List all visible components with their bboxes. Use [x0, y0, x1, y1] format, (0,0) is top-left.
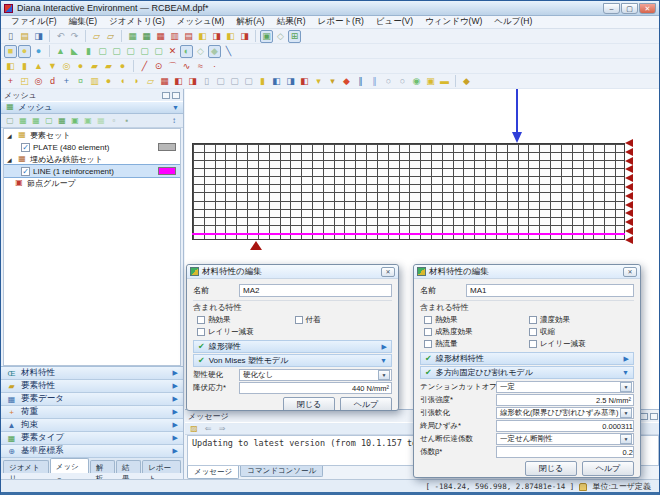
wire-box-c-icon[interactable]: ▢	[124, 45, 137, 58]
expander-icon[interactable]: ◢	[7, 132, 14, 139]
chevron-down-icon[interactable]: ▼	[622, 369, 629, 376]
vase-b-icon[interactable]: ○	[396, 75, 409, 88]
prism-view-icon[interactable]: ▲	[54, 45, 67, 58]
section-linear-elasticity[interactable]: ✔ 線形弾性 ▶	[193, 340, 392, 353]
name-input[interactable]: MA2	[239, 284, 392, 297]
help-button[interactable]: ヘルプ	[340, 397, 392, 410]
half-model-icon[interactable]: ◐	[180, 45, 193, 58]
mesh-dense-icon[interactable]: ▦	[140, 30, 153, 43]
arc-right-shape-icon[interactable]: ◗	[130, 75, 143, 88]
hollow-cylinder-icon[interactable]: ▯	[200, 75, 213, 88]
checkbox-concentration-effects[interactable]: 濃度効果	[529, 314, 634, 325]
mesh-select-all-icon[interactable]: ▢	[4, 115, 16, 127]
line-tool-icon[interactable]: ╱	[138, 60, 151, 73]
tree-group-reinforcement-set[interactable]: ◢ ▦ 埋め込み鉄筋セット	[4, 153, 180, 165]
tab-results[interactable]: 結果	[116, 460, 141, 473]
shrink-elements-icon[interactable]: ✕	[166, 45, 179, 58]
wire-box-e-icon[interactable]: ▢	[152, 45, 165, 58]
cube-yellow-icon[interactable]: ▣	[424, 75, 437, 88]
checkbox-maturity-effects[interactable]: 成熟度効果	[424, 326, 529, 337]
close-dialog-button[interactable]: 閉じる	[525, 461, 577, 476]
point-tool-icon[interactable]: ·	[208, 60, 221, 73]
tab-mesh[interactable]: メッシュ	[50, 458, 89, 473]
mesh-show-icon[interactable]: ▪	[121, 115, 133, 127]
menu-report[interactable]: レポート(R)	[311, 16, 369, 28]
solid-box-b-icon[interactable]: ◨	[210, 30, 223, 43]
mesh-grid[interactable]	[192, 143, 625, 240]
menu-results[interactable]: 結果(R)	[271, 16, 312, 28]
checkbox-thermal-effects[interactable]: 熱効果	[197, 314, 295, 325]
mesh-part-f-icon[interactable]: ▣	[82, 115, 94, 127]
menu-mesh[interactable]: メッシュ(M)	[171, 16, 231, 28]
pattern-tool-icon[interactable]: ¤	[74, 75, 87, 88]
checkbox-icon[interactable]	[424, 316, 432, 324]
minimize-button[interactable]: –	[603, 3, 620, 14]
sidebar-item-load[interactable]: + 荷重 ▶	[1, 406, 183, 419]
render-pattern-icon[interactable]: ●	[18, 45, 31, 58]
solid-sphere-icon[interactable]: ●	[74, 60, 87, 73]
tension-softening-select[interactable]: 線形軟化(限界ひび割れひずみ基準) ▼	[496, 407, 634, 419]
tab-geometry[interactable]: ジオメトリ	[3, 460, 49, 473]
dimension-tool-icon[interactable]: d	[46, 75, 59, 88]
name-input[interactable]: MA1	[466, 284, 634, 297]
menu-analysis[interactable]: 解析(A)	[230, 16, 270, 28]
dialog-close-button[interactable]: ✕	[623, 267, 637, 277]
nav-back-icon[interactable]: ⇐	[202, 423, 214, 435]
polyline-tool-icon[interactable]: ≈	[194, 60, 207, 73]
table-grid-icon[interactable]: ▦	[158, 75, 171, 88]
solid-torus-icon[interactable]: ◎	[60, 60, 73, 73]
sheet-b-icon[interactable]: ▰	[102, 60, 115, 73]
mesh-part-a-icon[interactable]: ▦	[17, 115, 29, 127]
sort-icon[interactable]: ↕	[168, 115, 180, 127]
render-solid-icon[interactable]: ■	[4, 45, 17, 58]
mesh-part-c-icon[interactable]: ▢	[43, 115, 55, 127]
reinforcement-line[interactable]	[192, 233, 625, 235]
dropdown-arrow-icon[interactable]: ▼	[378, 370, 390, 380]
menu-window[interactable]: ウィンドウ(W)	[419, 16, 488, 28]
rail-grid-icon[interactable]: ▤	[182, 30, 195, 43]
menu-help[interactable]: ヘルプ(H)	[488, 16, 538, 28]
solid-corner-icon[interactable]: ◧	[4, 60, 17, 73]
checkbox-rayleigh-damping[interactable]: レイリー減衰	[529, 338, 634, 349]
close-button[interactable]: ✕	[639, 3, 656, 14]
dialog-close-button[interactable]: ✕	[381, 267, 395, 277]
rotate-tool-icon[interactable]: ◎	[32, 75, 45, 88]
mesh-section-header[interactable]: ▦ メッシュ ▼	[1, 101, 183, 114]
menu-file[interactable]: ファイル(F)	[5, 16, 63, 28]
sidebar-item-constraint[interactable]: ▲ 拘束 ▶	[1, 419, 183, 432]
checkbox-rayleigh-damping[interactable]: レイリー減衰	[197, 326, 295, 337]
checkbox-icon[interactable]	[529, 340, 537, 348]
arc-tool-icon[interactable]: ⌒	[166, 60, 179, 73]
checkbox-heat-flow[interactable]: 熱流量	[424, 338, 529, 349]
drop-a-icon[interactable]: ▾	[312, 75, 325, 88]
plate-color-swatch[interactable]	[158, 143, 176, 151]
panel-dock-icon[interactable]	[172, 92, 180, 99]
tab-command-console[interactable]: コマンドコンソール	[240, 466, 323, 477]
solid-vee-icon[interactable]: ▼	[46, 60, 59, 73]
work-plane-b-icon[interactable]: ◆	[208, 45, 221, 58]
chevron-right-icon[interactable]: ▶	[382, 343, 387, 351]
section-von-mises[interactable]: ✔ Von Mises 塑性モデル ▼	[193, 354, 392, 367]
stripe-box-b-icon[interactable]: ◨	[186, 75, 199, 88]
checkbox-shrinkage[interactable]: 収縮	[529, 326, 634, 337]
new-file-icon[interactable]: ▯	[4, 30, 17, 43]
wire-box-d-icon[interactable]: ▢	[138, 45, 151, 58]
dropdown-arrow-icon[interactable]: ▼	[620, 434, 632, 444]
mesh-red-icon[interactable]: ▦	[154, 30, 167, 43]
collapse-arrow-icon[interactable]: ▼	[172, 104, 179, 111]
import-file-icon[interactable]: ▤	[18, 30, 31, 43]
wedge-view-icon[interactable]: ◣	[68, 45, 81, 58]
select-grid-icon[interactable]: ⊞	[288, 30, 301, 43]
yield-stress-input[interactable]: 440 N/mm²	[239, 382, 392, 394]
line-color-swatch[interactable]	[158, 167, 176, 175]
shear-retention-select[interactable]: 一定せん断剛性 ▼	[496, 433, 634, 445]
sidebar-item-reference-coordinate-system[interactable]: ⊕ 基準座標系 ▶	[1, 445, 183, 458]
cross-op-icon[interactable]: +	[60, 75, 73, 88]
corner-snap-icon[interactable]: ◰	[18, 75, 31, 88]
vase-a-icon[interactable]: ○	[382, 75, 395, 88]
checkbox-icon[interactable]	[197, 328, 205, 336]
move-node-icon[interactable]: +	[4, 75, 17, 88]
save-file-icon[interactable]: ◨	[32, 30, 45, 43]
solid-cone-icon[interactable]: ▲	[32, 60, 45, 73]
sheet-a-icon[interactable]: ▰	[88, 60, 101, 73]
